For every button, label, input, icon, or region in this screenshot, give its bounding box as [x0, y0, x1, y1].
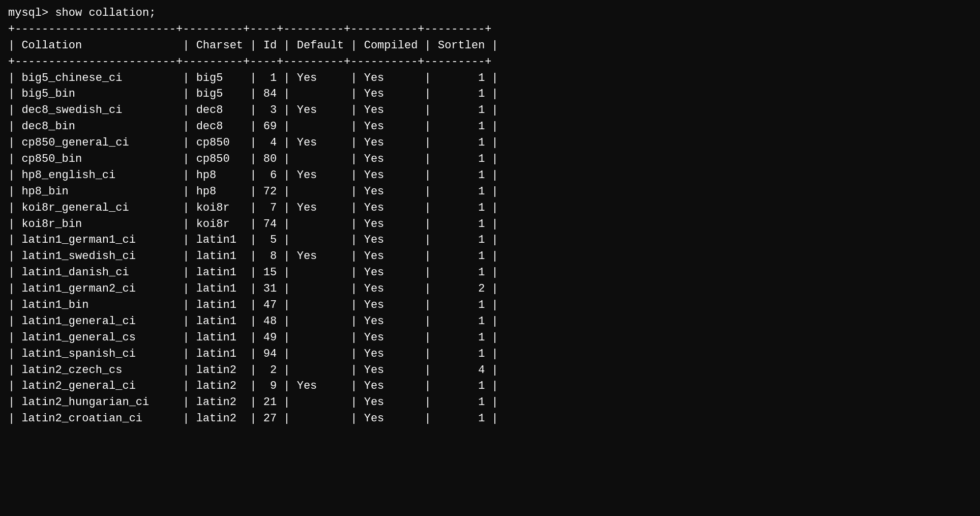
- table-row: | big5_bin | big5 | 84 | | Yes | 1 |: [8, 86, 972, 102]
- separator-mid: +------------------------+---------+----…: [8, 54, 972, 70]
- header-line: | Collation | Charset | Id | Default | C…: [8, 38, 972, 54]
- table-row: | latin1_swedish_ci | latin1 | 8 | Yes |…: [8, 248, 972, 265]
- table-row: | dec8_bin | dec8 | 69 | | Yes | 1 |: [8, 119, 972, 135]
- table-row: | latin2_croatian_ci | latin2 | 27 | | Y…: [8, 411, 972, 427]
- table-row: | koi8r_general_ci | koi8r | 7 | Yes | Y…: [8, 200, 972, 216]
- prompt-line: mysql> show collation;: [8, 5, 972, 21]
- terminal: mysql> show collation; +----------------…: [8, 5, 972, 427]
- table-row: | latin1_general_cs | latin1 | 49 | | Ye…: [8, 330, 972, 346]
- table-row: | cp850_general_ci | cp850 | 4 | Yes | Y…: [8, 135, 972, 151]
- table-row: | cp850_bin | cp850 | 80 | | Yes | 1 |: [8, 151, 972, 167]
- table-row: | latin1_german2_ci | latin1 | 31 | | Ye…: [8, 281, 972, 297]
- separator-top: +------------------------+---------+----…: [8, 21, 972, 38]
- table-row: | hp8_bin | hp8 | 72 | | Yes | 1 |: [8, 184, 972, 200]
- table-row: | latin1_general_ci | latin1 | 48 | | Ye…: [8, 313, 972, 330]
- table-row: | latin2_general_ci | latin2 | 9 | Yes |…: [8, 378, 972, 394]
- table-row: | hp8_english_ci | hp8 | 6 | Yes | Yes |…: [8, 167, 972, 184]
- table-row: | latin1_danish_ci | latin1 | 15 | | Yes…: [8, 265, 972, 281]
- table-row: | latin2_czech_cs | latin2 | 2 | | Yes |…: [8, 362, 972, 379]
- table-row: | latin1_german1_ci | latin1 | 5 | | Yes…: [8, 232, 972, 248]
- table-row: | dec8_swedish_ci | dec8 | 3 | Yes | Yes…: [8, 102, 972, 119]
- table-row: | big5_chinese_ci | big5 | 1 | Yes | Yes…: [8, 70, 972, 87]
- table-row: | latin1_spanish_ci | latin1 | 94 | | Ye…: [8, 346, 972, 362]
- table-rows: | big5_chinese_ci | big5 | 1 | Yes | Yes…: [8, 70, 972, 427]
- table-row: | latin2_hungarian_ci | latin2 | 21 | | …: [8, 394, 972, 411]
- table-row: | koi8r_bin | koi8r | 74 | | Yes | 1 |: [8, 216, 972, 233]
- table-row: | latin1_bin | latin1 | 47 | | Yes | 1 |: [8, 297, 972, 313]
